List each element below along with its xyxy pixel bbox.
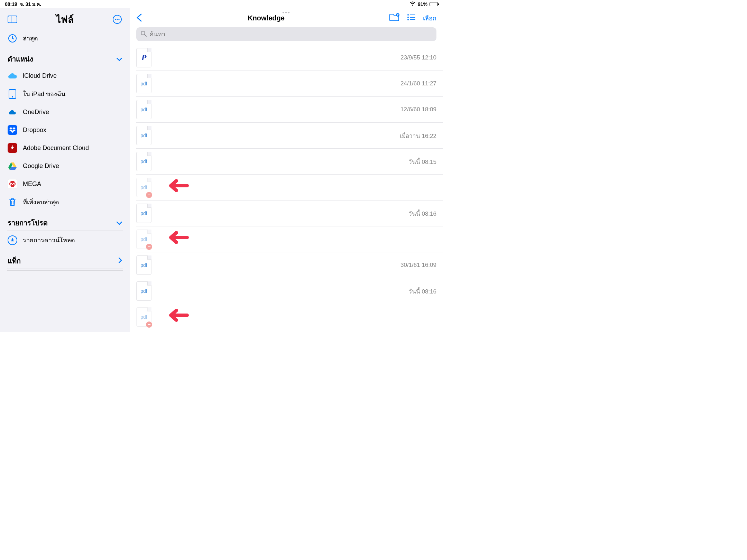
file-info [158,285,402,298]
icloud-icon [8,71,17,81]
file-info [158,129,394,142]
file-thumb-pdf: pdf [136,152,151,171]
file-date: วันนี้ 08:16 [408,209,436,218]
file-row[interactable]: P 23/9/55 12:10 [136,45,443,71]
sidebar-item-onedrive[interactable]: OneDrive [7,103,123,121]
dropbox-icon [8,125,17,135]
file-row[interactable]: pdf − [136,174,443,200]
sidebar: ไฟล์ ล่าสุด ตำแหน่ง [0,8,130,332]
remove-badge-icon: − [146,192,152,198]
svg-point-5 [118,19,119,20]
file-row[interactable]: pdf − [136,304,443,330]
svg-point-3 [115,19,116,20]
battery-icon [430,2,438,6]
file-row[interactable]: pdf วันนี้ 08:16 [136,278,443,304]
sidebar-item-label: ที่เพิ่งลบล่าสุด [23,197,59,207]
file-row[interactable]: pdf 30/1/61 16:09 [136,252,443,278]
tags-header[interactable]: แท็ก [7,249,123,269]
file-thumb-pdf: pdf [136,74,151,93]
chevron-down-icon [117,56,122,63]
svg-point-9 [407,14,409,16]
svg-rect-0 [8,16,17,23]
file-info [158,233,430,246]
annotation-arrow-icon [165,178,189,197]
sidebar-item-label: iCloud Drive [23,72,57,80]
file-info [158,181,430,194]
sidebar-item-mega[interactable]: MEGA [7,175,123,193]
sidebar-item-label: ล่าสุด [23,33,38,43]
file-row[interactable]: pdf เมื่อวาน 16:22 [136,122,443,148]
sidebar-item-dropbox[interactable]: Dropbox [7,121,123,139]
sidebar-toggle-icon[interactable] [8,16,17,23]
file-row[interactable]: pdf − [136,226,443,252]
sidebar-item-label: ใน iPad ของฉัน [23,89,65,99]
search-field[interactable] [136,27,436,41]
file-row[interactable]: pdf 12/6/60 18:09 [136,96,443,122]
chevron-down-icon [117,220,122,227]
file-list: P 23/9/55 12:10pdf 24/1/60 11:27pdf 12/6… [130,45,443,332]
sidebar-item-trash[interactable]: ที่เพิ่งลบล่าสุด [7,193,123,211]
status-date: จ. 31 ม.ค. [20,0,41,8]
file-thumb-pdf: pdf [136,204,151,223]
file-thumb-p: P [136,48,151,67]
more-icon[interactable] [112,15,122,24]
sidebar-item-label: OneDrive [23,109,49,116]
svg-point-7 [9,181,16,187]
file-date: เมื่อวาน 16:22 [400,131,436,140]
mega-icon [8,179,17,189]
favorites-header[interactable]: รายการโปรด [7,211,123,231]
clock-icon [8,34,17,43]
sidebar-item-adobe[interactable]: Adobe Document Cloud [7,139,123,157]
svg-line-16 [145,35,146,36]
file-row[interactable]: pdf วันนี้ 08:15 [136,148,443,174]
new-folder-icon[interactable] [389,13,399,23]
gdrive-icon [8,161,17,171]
annotation-arrow-icon [165,308,189,326]
onedrive-icon [8,107,17,117]
sidebar-item-recent[interactable]: ล่าสุด [7,29,123,47]
svg-rect-12 [410,17,415,18]
wifi-icon [409,1,416,7]
locations-header[interactable]: ตำแหน่ง [7,47,123,67]
sidebar-item-icloud[interactable]: iCloud Drive [7,67,123,85]
back-button[interactable] [136,13,143,23]
sidebar-item-ipad[interactable]: ใน iPad ของฉัน [7,85,123,103]
file-date: 30/1/61 16:09 [400,262,436,269]
sidebar-item-downloads[interactable]: รายการดาวน์โหลด [7,231,123,249]
file-thumb-pdf: pdf [136,100,151,119]
sidebar-title: ไฟล์ [56,12,74,27]
file-info [158,311,430,324]
file-date: 24/1/60 11:27 [400,80,436,87]
sidebar-item-label: Google Drive [23,162,59,170]
folder-title: Knowledge [143,14,389,22]
file-row[interactable]: pdf วันนี้ 08:16 [136,200,443,226]
svg-point-13 [407,19,409,20]
file-row[interactable]: pdf 24/1/60 11:27 [136,71,443,96]
file-thumb-pdf: pdf [136,126,151,145]
file-date: 23/9/55 12:10 [400,54,436,61]
trash-icon [8,197,17,207]
file-info [158,155,402,168]
multitask-dots-icon[interactable]: ●●● [282,10,290,14]
sidebar-item-label: รายการดาวน์โหลด [23,235,75,245]
sidebar-item-label: Adobe Document Cloud [23,144,89,152]
sidebar-item-gdrive[interactable]: Google Drive [7,157,123,175]
search-input[interactable] [149,31,432,38]
file-info [158,77,394,90]
list-view-icon[interactable] [407,14,415,22]
download-icon [8,235,17,245]
file-date: วันนี้ 08:15 [408,157,436,166]
file-info [158,207,402,220]
file-thumb-pdf: pdf [136,255,151,275]
file-info [158,103,394,116]
remove-badge-icon: − [146,244,152,250]
svg-point-4 [117,19,118,20]
file-info [158,259,394,272]
status-time: 08:19 [5,1,17,7]
select-button[interactable]: เลือก [423,13,436,23]
main-panel: ●●● Knowledge เลือก [130,8,443,332]
file-date: วันนี้ 08:16 [408,287,436,296]
battery-percent: 91% [418,1,427,7]
ipad-icon [8,89,17,99]
svg-rect-10 [410,15,415,15]
